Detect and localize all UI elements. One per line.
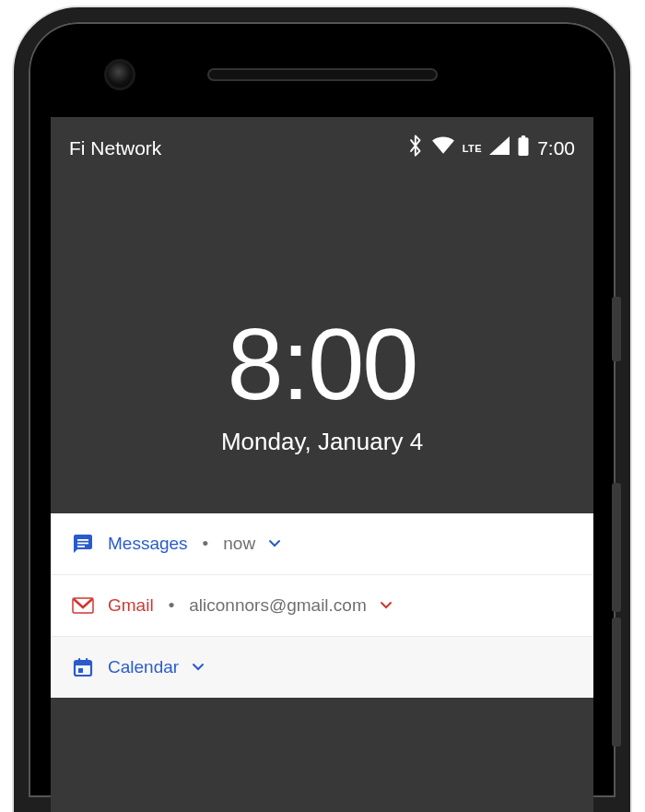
chevron-down-icon [268, 539, 281, 548]
bluetooth-icon [409, 134, 424, 162]
svg-rect-1 [522, 135, 525, 138]
notification-app-name: Calendar [108, 657, 179, 677]
notification-gmail[interactable]: Gmail • aliconnors@gmail.com [51, 575, 593, 637]
calendar-icon [71, 655, 95, 679]
phone-screen: Fi Network LTE 7:00 8:00 Monday [51, 117, 593, 812]
gmail-icon [71, 594, 95, 618]
battery-icon [517, 135, 530, 160]
notification-detail: aliconnors@gmail.com [189, 595, 366, 616]
notification-app-name: Gmail [108, 595, 154, 616]
svg-rect-8 [78, 658, 80, 663]
notification-calendar[interactable]: Calendar [51, 637, 593, 698]
volume-down-button [612, 618, 621, 747]
chevron-down-icon [380, 601, 393, 610]
carrier-label: Fi Network [69, 137, 161, 159]
svg-rect-4 [77, 546, 85, 547]
front-camera [104, 59, 135, 90]
speaker-grill [207, 68, 438, 81]
wifi-icon [431, 136, 455, 159]
clock-date: Monday, January 4 [51, 428, 593, 456]
cellular-signal-icon [489, 136, 510, 159]
status-icons: LTE 7:00 [409, 134, 575, 162]
notification-detail: now [223, 534, 255, 554]
notification-messages[interactable]: Messages • now [51, 513, 593, 575]
svg-rect-7 [75, 661, 91, 665]
phone-frame: Fi Network LTE 7:00 8:00 Monday [14, 7, 630, 812]
svg-rect-0 [519, 137, 529, 156]
clock-time: 8:00 [51, 305, 593, 422]
lock-screen-clock: 8:00 Monday, January 4 [51, 305, 593, 456]
svg-rect-3 [77, 543, 88, 545]
volume-up-button [612, 483, 621, 612]
status-time: 7:00 [537, 137, 575, 159]
svg-rect-9 [86, 658, 88, 663]
power-button [612, 297, 621, 361]
svg-rect-2 [77, 539, 88, 541]
notification-list: Messages • now Gmail • aliconnors@gmail.… [51, 513, 593, 698]
messages-icon [71, 532, 95, 556]
status-bar: Fi Network LTE 7:00 [51, 117, 593, 162]
lte-label: LTE [463, 143, 482, 154]
notification-app-name: Messages [108, 534, 188, 554]
chevron-down-icon [192, 663, 205, 672]
svg-rect-10 [78, 668, 83, 673]
